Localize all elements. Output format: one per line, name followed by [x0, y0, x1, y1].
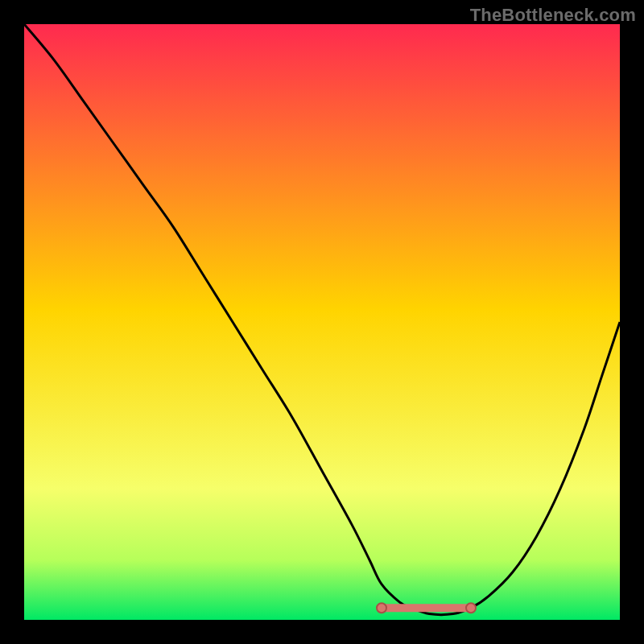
optimal-range-start-dot	[377, 603, 386, 613]
chart-frame: TheBottleneck.com	[0, 0, 644, 644]
optimal-range-end-dot	[466, 603, 476, 613]
watermark-text: TheBottleneck.com	[470, 5, 636, 26]
plot-area	[24, 24, 620, 620]
bottleneck-chart	[24, 24, 620, 620]
gradient-background	[24, 24, 620, 620]
